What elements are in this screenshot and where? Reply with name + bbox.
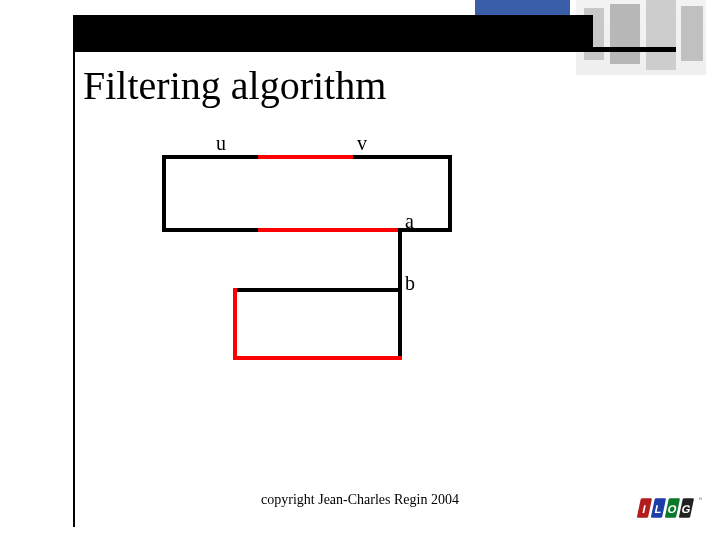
diagram-label-a: a [405, 210, 414, 233]
svg-text:™: ™ [699, 497, 703, 502]
ilog-logo: I L O G ™ [632, 494, 702, 522]
slide-root: Filtering algorithm u v a b copyright Je… [0, 0, 720, 540]
diagram-label-b: b [405, 272, 415, 295]
diagram-label-v: v [357, 132, 367, 155]
diagram-label-u: u [216, 132, 226, 155]
diagram-svg [0, 0, 720, 540]
copyright-text: copyright Jean-Charles Regin 2004 [0, 492, 720, 508]
